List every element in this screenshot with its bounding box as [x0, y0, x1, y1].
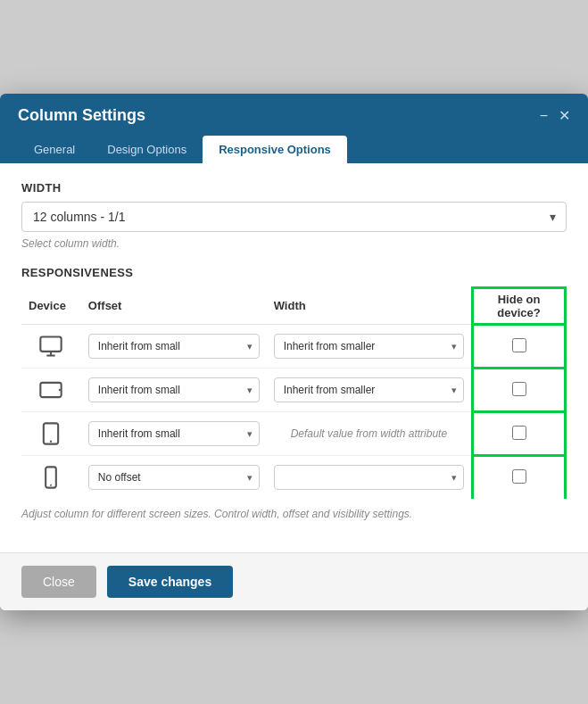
device-cell-tablet-landscape	[21, 369, 81, 412]
tablet-portrait-icon	[29, 421, 74, 446]
device-cell-tablet-portrait	[21, 412, 81, 456]
table-row: No offset Inherit from small ▾ Inherit f…	[21, 456, 566, 500]
dialog-body: Width 12 columns - 1/1 6 columns - 1/2 4…	[0, 163, 588, 552]
width-cell-mobile: Inherit from smaller ▾	[267, 456, 473, 500]
width-cell-tablet-landscape: Inherit from smaller Default value from …	[267, 369, 473, 412]
col-header-device: Device	[21, 288, 81, 325]
width-section-label: Width	[21, 181, 567, 195]
width-select-wrapper: 12 columns - 1/1 6 columns - 1/2 4 colum…	[21, 202, 567, 232]
hide-cell-tablet-portrait	[473, 412, 566, 456]
svg-point-6	[50, 441, 52, 443]
offset-cell-tablet-landscape: Inherit from small No offset ▾	[81, 369, 267, 412]
svg-point-8	[50, 485, 52, 486]
close-button[interactable]: Close	[21, 566, 96, 598]
offset-select-desktop[interactable]: Inherit from small No offset	[88, 334, 260, 359]
close-icon[interactable]: ✕	[559, 109, 570, 123]
hide-checkbox-mobile[interactable]	[512, 469, 526, 484]
hide-checkbox-tablet-landscape[interactable]	[512, 382, 526, 396]
col-header-width: Width	[267, 288, 473, 325]
table-row: Inherit from small No offset ▾ Default v…	[21, 412, 566, 456]
dialog-header: Column Settings − ✕ General Design Optio…	[0, 94, 588, 163]
tab-general[interactable]: General	[18, 136, 91, 163]
offset-select-tablet-portrait[interactable]: Inherit from small No offset	[88, 421, 260, 446]
minimize-icon[interactable]: −	[540, 109, 548, 123]
offset-select-mobile[interactable]: No offset Inherit from small	[88, 465, 260, 490]
hide-cell-mobile	[473, 456, 566, 500]
hide-checkbox-desktop[interactable]	[512, 338, 526, 352]
offset-select-tablet-landscape[interactable]: Inherit from small No offset	[88, 377, 260, 402]
default-value-text: Default value from width attribute	[274, 427, 464, 440]
responsiveness-footer-hint: Adjust column for different screen sizes…	[21, 508, 567, 520]
responsiveness-table: Device Offset Width Hide ondevice?	[21, 286, 567, 499]
device-cell-desktop	[21, 325, 81, 369]
desktop-icon	[29, 334, 74, 359]
dialog-title: Column Settings	[18, 106, 145, 125]
width-select[interactable]: 12 columns - 1/1 6 columns - 1/2 4 colum…	[21, 202, 567, 232]
hide-cell-tablet-landscape	[473, 369, 566, 412]
mobile-icon	[29, 465, 74, 490]
hide-checkbox-tablet-portrait[interactable]	[512, 426, 526, 440]
device-cell-mobile	[21, 456, 81, 500]
svg-rect-3	[41, 383, 62, 397]
col-header-offset: Offset	[81, 288, 267, 325]
tab-bar: General Design Options Responsive Option…	[18, 136, 570, 163]
hide-cell-desktop	[473, 325, 566, 369]
width-select-mobile[interactable]: Inherit from smaller	[274, 465, 464, 490]
tablet-landscape-icon	[29, 377, 74, 402]
svg-point-4	[59, 389, 61, 391]
svg-rect-0	[41, 337, 62, 352]
col-header-hide: Hide ondevice?	[473, 288, 566, 325]
offset-cell-mobile: No offset Inherit from small ▾	[81, 456, 267, 500]
width-cell-desktop: Inherit from smaller Default value from …	[267, 325, 473, 369]
width-cell-tablet-portrait: Default value from width attribute	[267, 412, 473, 456]
save-button[interactable]: Save changes	[107, 566, 233, 598]
tab-responsive[interactable]: Responsive Options	[203, 136, 347, 163]
dialog-controls: − ✕	[540, 109, 570, 123]
column-settings-dialog: Column Settings − ✕ General Design Optio…	[0, 94, 588, 610]
responsiveness-section-label: Responsiveness	[21, 266, 567, 279]
offset-cell-tablet-portrait: Inherit from small No offset ▾	[81, 412, 267, 456]
width-hint: Select column width.	[21, 237, 567, 250]
offset-cell-desktop: Inherit from small No offset ▾	[81, 325, 267, 369]
table-row: Inherit from small No offset ▾ Inherit f…	[21, 369, 566, 412]
width-select-tablet-landscape[interactable]: Inherit from smaller Default value from …	[274, 377, 464, 402]
tab-design[interactable]: Design Options	[91, 136, 203, 163]
width-select-desktop[interactable]: Inherit from smaller Default value from …	[274, 334, 464, 359]
dialog-footer: Close Save changes	[0, 552, 588, 610]
table-row: Inherit from small No offset ▾ Inherit f…	[21, 325, 566, 369]
